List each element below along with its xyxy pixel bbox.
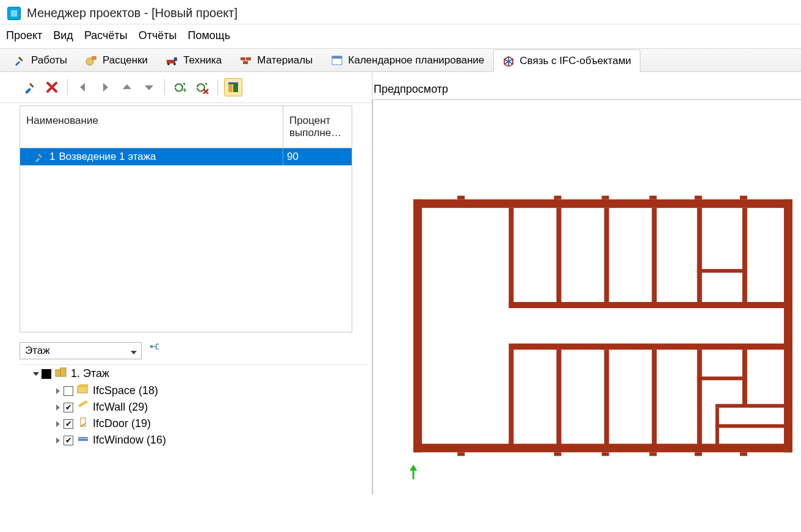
menu-project[interactable]: Проект [6, 29, 42, 42]
svg-rect-42 [652, 350, 657, 446]
north-arrow-icon [410, 464, 417, 479]
checkbox[interactable] [63, 419, 73, 429]
tree-node-floor[interactable]: 1. Этаж [20, 365, 367, 383]
money-icon [85, 55, 98, 66]
preview-canvas[interactable] [372, 99, 801, 494]
table-row[interactable]: 1 Возведение 1 этажа 90 [20, 148, 352, 165]
tab-machinery[interactable]: Техника [157, 49, 231, 71]
svg-point-7 [173, 63, 176, 65]
ifc-tree[interactable]: 1. Этаж IfcSpace (18) IfcWall (29) [20, 364, 367, 468]
svg-rect-57 [602, 452, 609, 456]
svg-rect-1 [18, 57, 23, 62]
add-button[interactable] [21, 78, 39, 96]
row-number: 1 [49, 151, 55, 163]
svg-rect-58 [650, 452, 657, 456]
menu-calculations[interactable]: Расчёты [84, 29, 128, 42]
left-pane: + Наименование Процент выполне… 1 [0, 72, 372, 494]
svg-rect-53 [695, 196, 702, 200]
chevron-down-icon [130, 347, 137, 354]
tree-node-ifcwall[interactable]: IfcWall (29) [20, 399, 367, 415]
window-title: Менеджер проектов - [Новый проект] [27, 6, 237, 20]
link-add-button[interactable]: + [171, 78, 189, 96]
svg-rect-17 [228, 82, 238, 84]
column-header-name[interactable]: Наименование [20, 106, 283, 148]
nav-back-button[interactable] [74, 78, 92, 96]
svg-rect-49 [457, 196, 465, 200]
svg-rect-15 [228, 84, 233, 92]
svg-rect-10 [243, 61, 248, 64]
expand-icon[interactable] [56, 421, 60, 427]
svg-rect-45 [697, 376, 746, 380]
filterbar: Этаж [0, 339, 372, 363]
svg-rect-26 [413, 200, 792, 208]
tree-node-ifcspace[interactable]: IfcSpace (18) [20, 383, 367, 399]
floor-select[interactable]: Этаж [20, 342, 142, 359]
checkbox[interactable] [63, 436, 73, 445]
separator [164, 79, 165, 95]
tree-node-label: IfcDoor (19) [93, 417, 151, 430]
bricks-icon [240, 55, 252, 66]
nav-forward-button[interactable] [96, 78, 114, 96]
door-icon [77, 417, 89, 430]
menubar: Проект Вид Расчёты Отчёты Помощь [0, 24, 801, 49]
tab-label: Связь с IFC-объектами [520, 55, 631, 67]
view-building-button[interactable] [224, 78, 242, 96]
link-remove-button[interactable] [193, 78, 211, 96]
svg-rect-31 [556, 208, 561, 306]
expand-icon[interactable] [33, 372, 39, 376]
tree-node-ifcwindow[interactable]: IfcWindow (16) [20, 432, 367, 448]
tab-label: Материалы [257, 54, 313, 66]
svg-rect-28 [413, 200, 422, 453]
row-percent-cell: 90 [283, 148, 352, 165]
tab-materials[interactable]: Материалы [231, 49, 322, 71]
tab-rates[interactable]: Расценки [76, 49, 157, 71]
menu-reports[interactable]: Отчёты [139, 29, 177, 42]
svg-rect-39 [509, 350, 513, 446]
svg-rect-20 [56, 370, 60, 376]
wall-icon [77, 401, 89, 414]
svg-rect-41 [604, 350, 609, 446]
checkbox[interactable] [42, 369, 51, 379]
tab-label: Техника [183, 54, 222, 66]
svg-rect-34 [697, 208, 702, 306]
tab-ifc-link[interactable]: Связь с IFC-объектами [493, 49, 640, 72]
grid-body: 1 Возведение 1 этажа 90 [20, 148, 352, 332]
column-header-percent[interactable]: Процент выполне… [283, 106, 352, 148]
svg-rect-47 [716, 424, 788, 428]
menu-help[interactable]: Помощь [188, 29, 231, 42]
floor-select-label: Этаж [25, 345, 50, 357]
svg-rect-50 [554, 196, 561, 200]
svg-rect-32 [604, 208, 609, 306]
svg-rect-46 [716, 404, 788, 408]
works-toolbar: + [0, 72, 372, 103]
svg-rect-51 [602, 196, 609, 200]
checkbox[interactable] [63, 386, 73, 396]
menu-view[interactable]: Вид [53, 29, 73, 42]
delete-button[interactable] [43, 78, 61, 96]
tab-calendar-planning[interactable]: Календарное планирование [322, 49, 493, 71]
expand-icon[interactable] [56, 404, 60, 411]
checkbox[interactable] [63, 403, 73, 412]
expand-icon[interactable] [56, 437, 60, 444]
svg-rect-27 [413, 444, 792, 452]
shovel-icon [35, 153, 46, 161]
svg-rect-60 [740, 452, 747, 456]
filter-tree-button[interactable] [148, 343, 161, 359]
tree-node-label: IfcWindow (16) [93, 434, 166, 447]
svg-rect-8 [241, 57, 245, 60]
svg-rect-3 [92, 56, 96, 60]
svg-rect-43 [697, 350, 702, 446]
tab-label: Расценки [103, 54, 148, 66]
tabstrip: Работы Расценки Техника Материалы Календ… [0, 49, 801, 72]
nav-up-button[interactable] [118, 78, 136, 96]
svg-rect-18 [38, 154, 42, 158]
tab-works[interactable]: Работы [5, 49, 76, 71]
expand-icon[interactable] [56, 388, 60, 394]
tab-label: Календарное планирование [348, 54, 484, 66]
nav-down-button[interactable] [140, 78, 158, 96]
truck-icon [166, 55, 178, 66]
ifc-link-icon [502, 56, 515, 66]
tree-node-ifcdoor[interactable]: IfcDoor (19) [20, 415, 367, 432]
tree-node-label: IfcWall (29) [93, 401, 148, 414]
ifc-tree-panel: Этаж 1. Этаж IfcSpace (1 [0, 339, 372, 494]
